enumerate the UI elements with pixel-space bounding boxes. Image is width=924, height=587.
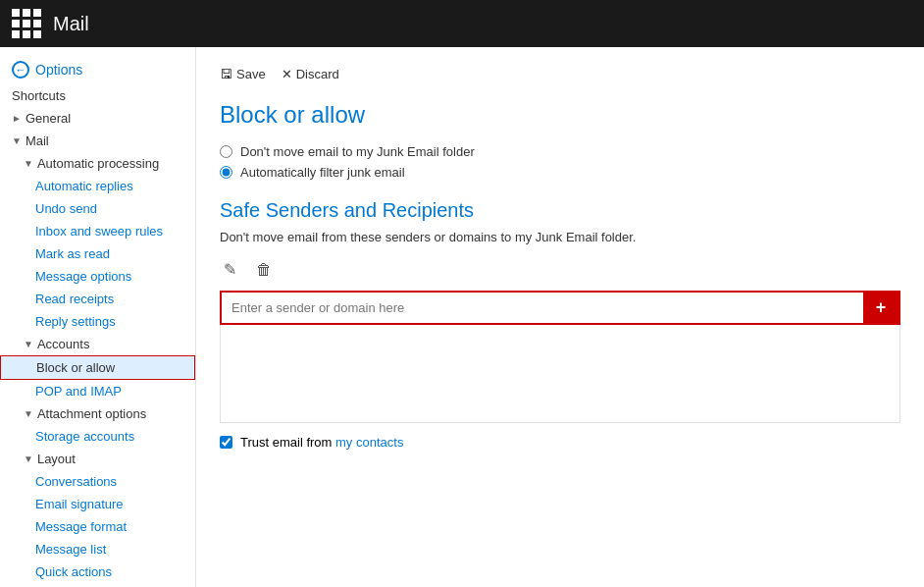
- sidebar-item-message-format[interactable]: Message format: [0, 515, 195, 538]
- edit-icon: ✎: [224, 261, 236, 278]
- trust-label: Trust email from my contacts: [240, 435, 403, 450]
- save-button[interactable]: 🖫 Save: [220, 63, 266, 85]
- sidebar-item-quick-actions[interactable]: Quick actions: [0, 560, 195, 583]
- radio-no-filter[interactable]: [220, 145, 232, 158]
- sidebar-item-block-or-allow[interactable]: Block or allow: [0, 355, 195, 380]
- sidebar-item-undo-send[interactable]: Undo send: [0, 197, 195, 220]
- caret-icon: ►: [12, 113, 22, 124]
- radio-auto-filter[interactable]: [220, 166, 232, 179]
- main-layout: ← Options Shortcuts ► General ▼ Mail ▼ A…: [0, 47, 924, 587]
- sidebar-item-mail[interactable]: ▼ Mail: [0, 130, 195, 152]
- sidebar-item-automatic-replies[interactable]: Automatic replies: [0, 175, 195, 197]
- sidebar-item-message-list[interactable]: Message list: [0, 538, 195, 560]
- radio-auto-filter-label[interactable]: Automatically filter junk email: [220, 165, 900, 180]
- action-icons: ✎ 🗑: [220, 256, 900, 283]
- trust-contacts-link[interactable]: my contacts: [335, 435, 403, 450]
- sidebar-item-email-signature[interactable]: Email signature: [0, 493, 195, 515]
- caret-down-icon: ▼: [24, 158, 33, 169]
- discard-button[interactable]: ✕ Discard: [282, 63, 339, 85]
- toolbar: 🖫 Save ✕ Discard: [220, 63, 900, 85]
- sidebar-item-general[interactable]: ► General: [0, 107, 195, 130]
- caret-down-icon: ▼: [24, 339, 33, 349]
- safe-senders-desc: Don't move email from these senders or d…: [220, 230, 900, 244]
- add-sender-button[interactable]: +: [863, 293, 898, 323]
- back-icon[interactable]: ←: [12, 61, 29, 79]
- plus-icon: +: [876, 297, 887, 318]
- safe-senders-title: Safe Senders and Recipients: [220, 199, 900, 222]
- sidebar-item-attachment-options[interactable]: ▼ Attachment options: [0, 402, 195, 425]
- app-header: Mail: [0, 0, 924, 47]
- delete-icon: 🗑: [256, 261, 272, 278]
- sender-input[interactable]: [222, 293, 863, 323]
- sidebar-item-accounts[interactable]: ▼ Accounts: [0, 333, 195, 355]
- app-title: Mail: [53, 13, 89, 35]
- sender-input-area: +: [220, 291, 900, 325]
- sidebar-item-mark-as-read[interactable]: Mark as read: [0, 242, 195, 265]
- radio-no-filter-label[interactable]: Don't move email to my Junk Email folder: [220, 144, 900, 159]
- sidebar-item-message-options[interactable]: Message options: [0, 265, 195, 288]
- sidebar-item-storage-accounts[interactable]: Storage accounts: [0, 425, 195, 448]
- content-area: 🖫 Save ✕ Discard Block or allow Don't mo…: [196, 47, 924, 587]
- save-icon: 🖫: [220, 67, 232, 81]
- trust-contacts-checkbox[interactable]: [220, 436, 232, 449]
- close-icon: ✕: [282, 67, 292, 81]
- sidebar-item-pop-imap[interactable]: POP and IMAP: [0, 380, 195, 402]
- sidebar-item-inbox-sweep[interactable]: Inbox and sweep rules: [0, 220, 195, 242]
- sidebar-item-shortcuts[interactable]: Shortcuts: [0, 84, 195, 107]
- caret-down-icon: ▼: [12, 135, 22, 146]
- trust-contacts-row: Trust email from my contacts: [220, 435, 900, 450]
- delete-button[interactable]: 🗑: [252, 256, 276, 283]
- caret-down-icon: ▼: [24, 408, 33, 419]
- sidebar-item-layout[interactable]: ▼ Layout: [0, 448, 195, 470]
- options-header[interactable]: ← Options: [0, 55, 195, 84]
- junk-filter-options: Don't move email to my Junk Email folder…: [220, 144, 900, 180]
- sidebar: ← Options Shortcuts ► General ▼ Mail ▼ A…: [0, 47, 196, 587]
- sidebar-item-automatic-processing[interactable]: ▼ Automatic processing: [0, 152, 195, 175]
- options-label: Options: [35, 62, 82, 78]
- edit-button[interactable]: ✎: [220, 256, 240, 283]
- page-title: Block or allow: [220, 101, 900, 129]
- apps-icon[interactable]: [12, 9, 41, 38]
- sidebar-item-reply-settings[interactable]: Reply settings: [0, 310, 195, 333]
- sidebar-item-read-receipts[interactable]: Read receipts: [0, 288, 195, 310]
- sidebar-item-conversations[interactable]: Conversations: [0, 470, 195, 493]
- senders-list: [220, 325, 900, 423]
- caret-down-icon: ▼: [24, 454, 33, 464]
